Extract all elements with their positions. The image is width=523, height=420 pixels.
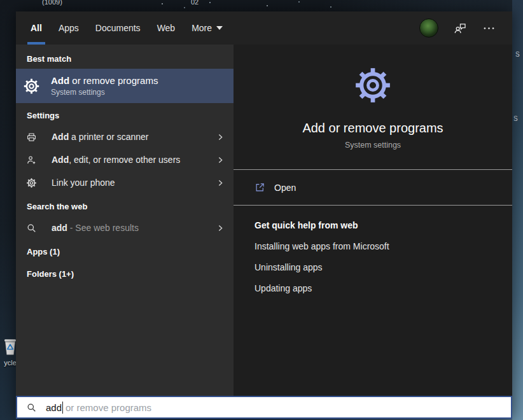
gear-icon xyxy=(26,178,37,188)
tab-apps[interactable]: Apps xyxy=(50,11,87,45)
tab-documents[interactable]: Documents xyxy=(87,11,149,45)
feedback-icon[interactable] xyxy=(454,22,467,35)
tab-web[interactable]: Web xyxy=(149,11,184,45)
chevron-right-icon[interactable] xyxy=(216,224,225,232)
text-cursor xyxy=(62,402,63,414)
best-match-result[interactable]: Add or remove programs System settings xyxy=(16,69,234,103)
more-options-icon[interactable] xyxy=(482,22,496,35)
result-add-printer[interactable]: Add a printer or scanner xyxy=(16,125,234,148)
tab-all[interactable]: All xyxy=(22,11,50,45)
header-actions xyxy=(419,18,496,38)
chevron-right-icon[interactable] xyxy=(216,179,225,187)
group-folders[interactable]: Folders (1+) xyxy=(16,262,234,284)
search-icon xyxy=(26,223,37,234)
open-label: Open xyxy=(274,183,296,193)
section-best-match: Best match xyxy=(16,45,234,69)
desktop-text-fragment: 02 xyxy=(191,0,199,6)
preview-title: Add or remove programs xyxy=(234,120,512,136)
best-match-title: Add or remove programs xyxy=(51,75,158,87)
quick-help-section: Get quick help from web Installing web a… xyxy=(234,206,512,293)
best-match-subtitle: System settings xyxy=(51,88,158,97)
launch-icon xyxy=(255,182,265,193)
desktop-text-fragment: S xyxy=(515,51,520,58)
desktop-wallpaper-edge xyxy=(512,0,523,420)
chevron-right-icon[interactable] xyxy=(216,133,225,141)
section-search-the-web: Search the web xyxy=(16,194,234,216)
help-link-uninstalling[interactable]: Uninstalling apps xyxy=(255,262,499,272)
quick-help-title: Get quick help from web xyxy=(255,220,499,230)
result-link-your-phone[interactable]: Link your phone xyxy=(16,171,234,194)
printer-icon xyxy=(26,132,37,143)
user-plus-icon xyxy=(26,155,37,165)
tab-more[interactable]: More xyxy=(183,11,231,45)
desktop-text-fragment: (1009) xyxy=(42,0,62,6)
search-header: All Apps Documents Web More xyxy=(16,11,512,45)
result-web-search[interactable]: add - See web results xyxy=(16,216,234,239)
section-settings: Settings xyxy=(16,103,234,125)
preview-subtitle: System settings xyxy=(234,141,512,150)
help-link-installing[interactable]: Installing web apps from Microsoft xyxy=(255,241,499,251)
group-apps[interactable]: Apps (1) xyxy=(16,239,234,262)
gear-icon xyxy=(23,78,40,95)
search-icon xyxy=(26,402,37,413)
user-avatar[interactable] xyxy=(419,18,438,38)
search-input[interactable]: add or remove programs xyxy=(16,396,512,419)
filter-tabs: All Apps Documents Web More xyxy=(22,11,231,45)
desktop-text-fragment: S xyxy=(513,115,518,122)
gear-icon xyxy=(353,66,393,105)
chevron-right-icon[interactable] xyxy=(216,156,225,164)
results-list: Best match Add or remove programs System… xyxy=(16,45,234,396)
result-add-edit-users[interactable]: Add, edit, or remove other users xyxy=(16,148,234,171)
chevron-down-icon xyxy=(216,26,223,30)
preview-hero: Add or remove programs System settings xyxy=(234,45,512,150)
search-flyout: All Apps Documents Web More xyxy=(16,11,512,419)
search-inline-suggestion: or remove programs xyxy=(66,402,151,413)
help-link-updating[interactable]: Updating apps xyxy=(255,283,499,293)
open-action[interactable]: Open xyxy=(234,170,512,205)
preview-panel: Add or remove programs System settings O… xyxy=(234,45,512,396)
search-query-text: add xyxy=(46,402,62,413)
